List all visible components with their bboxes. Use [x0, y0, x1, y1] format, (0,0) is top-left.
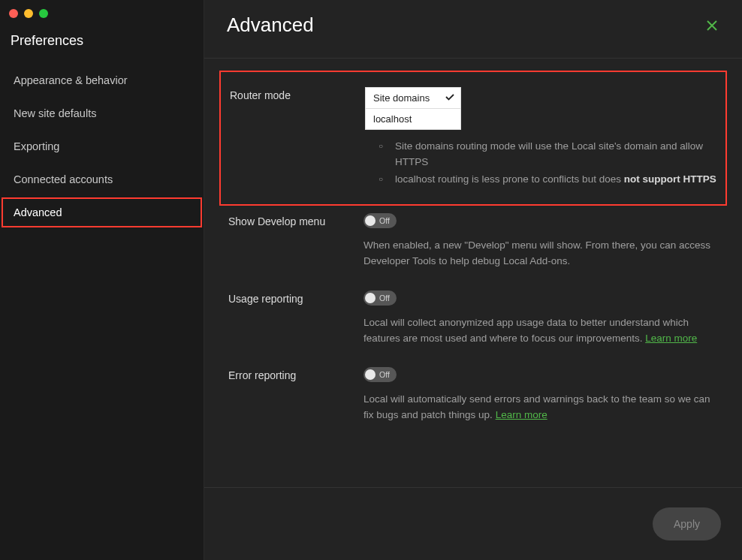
sidebar: Preferences Appearance & behavior New si…: [0, 0, 204, 560]
error-reporting-toggle[interactable]: Off: [363, 367, 397, 382]
dropdown-option-localhost[interactable]: localhost: [366, 109, 460, 129]
footer: Apply: [204, 487, 742, 560]
dropdown-options: localhost: [365, 109, 461, 130]
usage-reporting-label: Usage reporting: [228, 291, 363, 305]
sidebar-title: Preferences: [0, 27, 204, 65]
dropdown-selected-label: Site domains: [373, 92, 430, 104]
develop-menu-label: Show Develop menu: [228, 213, 363, 227]
main-header: Advanced: [204, 0, 742, 59]
dropdown-selected-option[interactable]: Site domains: [365, 87, 461, 109]
window-minimize[interactable]: [24, 9, 33, 18]
develop-menu-toggle[interactable]: Off: [363, 213, 397, 228]
window-close[interactable]: [9, 9, 18, 18]
sidebar-item-new-site-defaults[interactable]: New site defaults: [2, 98, 202, 128]
usage-reporting-toggle[interactable]: Off: [363, 291, 397, 306]
sidebar-item-appearance[interactable]: Appearance & behavior: [2, 65, 202, 95]
content-area: Router mode Site domains localhost: [204, 59, 742, 487]
usage-learn-more-link[interactable]: Learn more: [645, 333, 697, 344]
page-title: Advanced: [227, 14, 314, 37]
close-icon[interactable]: [704, 18, 719, 33]
toggle-state-label: Off: [379, 216, 390, 225]
toggle-knob: [365, 215, 376, 226]
check-icon: [445, 92, 455, 104]
router-bullet-1: Site domains routing mode will use the L…: [392, 139, 716, 170]
error-learn-more-link[interactable]: Learn more: [496, 409, 547, 420]
toggle-state-label: Off: [379, 370, 390, 379]
sidebar-item-exporting[interactable]: Exporting: [2, 131, 202, 161]
window-controls: [0, 6, 204, 27]
main-panel: Advanced Router mode Site domains: [204, 0, 742, 560]
error-reporting-description: Local will automatically send errors and…: [363, 392, 718, 423]
error-reporting-label: Error reporting: [228, 367, 363, 381]
router-mode-section: Router mode Site domains localhost: [219, 71, 727, 206]
router-bullet-2: localhost routing is less prone to confl…: [392, 172, 716, 188]
router-mode-label: Router mode: [230, 87, 365, 101]
apply-button[interactable]: Apply: [653, 507, 721, 540]
toggle-knob: [365, 293, 376, 303]
router-mode-dropdown[interactable]: Site domains localhost: [365, 87, 461, 130]
sidebar-item-connected-accounts[interactable]: Connected accounts: [2, 164, 202, 194]
develop-menu-description: When enabled, a new "Develop" menu will …: [363, 238, 718, 269]
error-reporting-section: Error reporting Off Local will automatic…: [228, 367, 718, 423]
toggle-state-label: Off: [379, 294, 390, 303]
usage-reporting-section: Usage reporting Off Local will collect a…: [228, 291, 718, 347]
sidebar-item-advanced[interactable]: Advanced: [2, 197, 202, 227]
toggle-knob: [365, 369, 376, 380]
develop-menu-section: Show Develop menu Off When enabled, a ne…: [228, 213, 718, 269]
usage-reporting-description: Local will collect anonymized app usage …: [363, 315, 718, 347]
window-maximize[interactable]: [39, 9, 48, 18]
router-mode-description: Site domains routing mode will use the L…: [365, 139, 716, 188]
